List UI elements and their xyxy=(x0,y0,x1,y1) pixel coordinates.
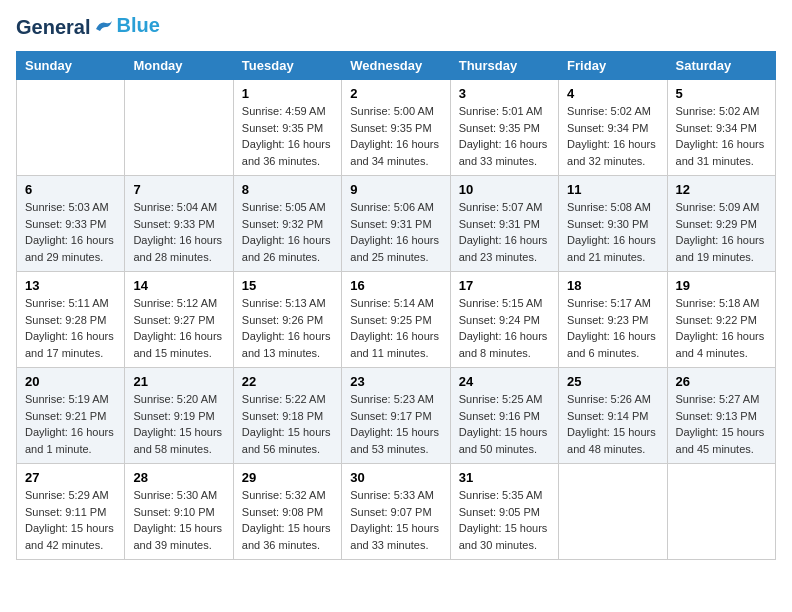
logo-bird-icon xyxy=(92,19,114,37)
day-number: 19 xyxy=(676,278,767,293)
day-info: Sunrise: 5:04 AM Sunset: 9:33 PM Dayligh… xyxy=(133,199,224,265)
calendar-cell xyxy=(125,80,233,176)
day-number: 18 xyxy=(567,278,658,293)
calendar-cell: 11Sunrise: 5:08 AM Sunset: 9:30 PM Dayli… xyxy=(559,176,667,272)
day-info: Sunrise: 5:09 AM Sunset: 9:29 PM Dayligh… xyxy=(676,199,767,265)
logo-blue-text: Blue xyxy=(116,14,159,37)
day-number: 10 xyxy=(459,182,550,197)
calendar-cell: 7Sunrise: 5:04 AM Sunset: 9:33 PM Daylig… xyxy=(125,176,233,272)
calendar-cell: 16Sunrise: 5:14 AM Sunset: 9:25 PM Dayli… xyxy=(342,272,450,368)
calendar-week-row: 27Sunrise: 5:29 AM Sunset: 9:11 PM Dayli… xyxy=(17,464,776,560)
day-info: Sunrise: 5:01 AM Sunset: 9:35 PM Dayligh… xyxy=(459,103,550,169)
calendar-cell: 24Sunrise: 5:25 AM Sunset: 9:16 PM Dayli… xyxy=(450,368,558,464)
weekday-header-wednesday: Wednesday xyxy=(342,52,450,80)
day-number: 16 xyxy=(350,278,441,293)
calendar-cell: 30Sunrise: 5:33 AM Sunset: 9:07 PM Dayli… xyxy=(342,464,450,560)
calendar-cell: 28Sunrise: 5:30 AM Sunset: 9:10 PM Dayli… xyxy=(125,464,233,560)
day-info: Sunrise: 5:26 AM Sunset: 9:14 PM Dayligh… xyxy=(567,391,658,457)
day-number: 23 xyxy=(350,374,441,389)
day-info: Sunrise: 5:15 AM Sunset: 9:24 PM Dayligh… xyxy=(459,295,550,361)
day-info: Sunrise: 5:12 AM Sunset: 9:27 PM Dayligh… xyxy=(133,295,224,361)
weekday-header-sunday: Sunday xyxy=(17,52,125,80)
calendar-cell: 29Sunrise: 5:32 AM Sunset: 9:08 PM Dayli… xyxy=(233,464,341,560)
calendar-cell: 2Sunrise: 5:00 AM Sunset: 9:35 PM Daylig… xyxy=(342,80,450,176)
calendar-cell xyxy=(559,464,667,560)
day-number: 20 xyxy=(25,374,116,389)
calendar-cell: 12Sunrise: 5:09 AM Sunset: 9:29 PM Dayli… xyxy=(667,176,775,272)
page-header: General Blue xyxy=(16,16,776,39)
calendar-cell: 17Sunrise: 5:15 AM Sunset: 9:24 PM Dayli… xyxy=(450,272,558,368)
logo-general-text: General xyxy=(16,16,90,39)
day-number: 28 xyxy=(133,470,224,485)
weekday-header-friday: Friday xyxy=(559,52,667,80)
day-number: 12 xyxy=(676,182,767,197)
calendar-cell: 3Sunrise: 5:01 AM Sunset: 9:35 PM Daylig… xyxy=(450,80,558,176)
day-number: 2 xyxy=(350,86,441,101)
day-number: 4 xyxy=(567,86,658,101)
day-number: 17 xyxy=(459,278,550,293)
calendar-cell: 13Sunrise: 5:11 AM Sunset: 9:28 PM Dayli… xyxy=(17,272,125,368)
day-number: 31 xyxy=(459,470,550,485)
day-info: Sunrise: 4:59 AM Sunset: 9:35 PM Dayligh… xyxy=(242,103,333,169)
day-info: Sunrise: 5:17 AM Sunset: 9:23 PM Dayligh… xyxy=(567,295,658,361)
calendar-table: SundayMondayTuesdayWednesdayThursdayFrid… xyxy=(16,51,776,560)
day-number: 13 xyxy=(25,278,116,293)
weekday-header-saturday: Saturday xyxy=(667,52,775,80)
day-number: 6 xyxy=(25,182,116,197)
day-info: Sunrise: 5:20 AM Sunset: 9:19 PM Dayligh… xyxy=(133,391,224,457)
calendar-cell: 31Sunrise: 5:35 AM Sunset: 9:05 PM Dayli… xyxy=(450,464,558,560)
calendar-cell: 10Sunrise: 5:07 AM Sunset: 9:31 PM Dayli… xyxy=(450,176,558,272)
day-number: 15 xyxy=(242,278,333,293)
calendar-cell: 8Sunrise: 5:05 AM Sunset: 9:32 PM Daylig… xyxy=(233,176,341,272)
day-info: Sunrise: 5:06 AM Sunset: 9:31 PM Dayligh… xyxy=(350,199,441,265)
day-info: Sunrise: 5:11 AM Sunset: 9:28 PM Dayligh… xyxy=(25,295,116,361)
calendar-cell: 22Sunrise: 5:22 AM Sunset: 9:18 PM Dayli… xyxy=(233,368,341,464)
day-number: 1 xyxy=(242,86,333,101)
day-info: Sunrise: 5:19 AM Sunset: 9:21 PM Dayligh… xyxy=(25,391,116,457)
day-number: 22 xyxy=(242,374,333,389)
calendar-cell: 9Sunrise: 5:06 AM Sunset: 9:31 PM Daylig… xyxy=(342,176,450,272)
day-number: 11 xyxy=(567,182,658,197)
calendar-cell xyxy=(667,464,775,560)
calendar-cell: 4Sunrise: 5:02 AM Sunset: 9:34 PM Daylig… xyxy=(559,80,667,176)
day-info: Sunrise: 5:25 AM Sunset: 9:16 PM Dayligh… xyxy=(459,391,550,457)
calendar-cell: 5Sunrise: 5:02 AM Sunset: 9:34 PM Daylig… xyxy=(667,80,775,176)
day-info: Sunrise: 5:13 AM Sunset: 9:26 PM Dayligh… xyxy=(242,295,333,361)
day-info: Sunrise: 5:18 AM Sunset: 9:22 PM Dayligh… xyxy=(676,295,767,361)
day-info: Sunrise: 5:07 AM Sunset: 9:31 PM Dayligh… xyxy=(459,199,550,265)
weekday-header-thursday: Thursday xyxy=(450,52,558,80)
day-info: Sunrise: 5:05 AM Sunset: 9:32 PM Dayligh… xyxy=(242,199,333,265)
calendar-cell: 21Sunrise: 5:20 AM Sunset: 9:19 PM Dayli… xyxy=(125,368,233,464)
calendar-cell: 18Sunrise: 5:17 AM Sunset: 9:23 PM Dayli… xyxy=(559,272,667,368)
day-number: 8 xyxy=(242,182,333,197)
day-number: 24 xyxy=(459,374,550,389)
day-info: Sunrise: 5:08 AM Sunset: 9:30 PM Dayligh… xyxy=(567,199,658,265)
calendar-week-row: 13Sunrise: 5:11 AM Sunset: 9:28 PM Dayli… xyxy=(17,272,776,368)
weekday-header-monday: Monday xyxy=(125,52,233,80)
calendar-week-row: 20Sunrise: 5:19 AM Sunset: 9:21 PM Dayli… xyxy=(17,368,776,464)
day-info: Sunrise: 5:23 AM Sunset: 9:17 PM Dayligh… xyxy=(350,391,441,457)
calendar-cell: 15Sunrise: 5:13 AM Sunset: 9:26 PM Dayli… xyxy=(233,272,341,368)
day-info: Sunrise: 5:02 AM Sunset: 9:34 PM Dayligh… xyxy=(567,103,658,169)
weekday-header-tuesday: Tuesday xyxy=(233,52,341,80)
day-number: 26 xyxy=(676,374,767,389)
day-number: 30 xyxy=(350,470,441,485)
calendar-cell: 26Sunrise: 5:27 AM Sunset: 9:13 PM Dayli… xyxy=(667,368,775,464)
calendar-week-row: 1Sunrise: 4:59 AM Sunset: 9:35 PM Daylig… xyxy=(17,80,776,176)
day-number: 5 xyxy=(676,86,767,101)
day-number: 3 xyxy=(459,86,550,101)
day-info: Sunrise: 5:35 AM Sunset: 9:05 PM Dayligh… xyxy=(459,487,550,553)
logo: General Blue xyxy=(16,16,160,39)
day-number: 9 xyxy=(350,182,441,197)
calendar-cell: 23Sunrise: 5:23 AM Sunset: 9:17 PM Dayli… xyxy=(342,368,450,464)
calendar-cell: 20Sunrise: 5:19 AM Sunset: 9:21 PM Dayli… xyxy=(17,368,125,464)
day-number: 29 xyxy=(242,470,333,485)
day-info: Sunrise: 5:14 AM Sunset: 9:25 PM Dayligh… xyxy=(350,295,441,361)
calendar-cell: 27Sunrise: 5:29 AM Sunset: 9:11 PM Dayli… xyxy=(17,464,125,560)
calendar-cell xyxy=(17,80,125,176)
calendar-cell: 14Sunrise: 5:12 AM Sunset: 9:27 PM Dayli… xyxy=(125,272,233,368)
day-number: 25 xyxy=(567,374,658,389)
calendar-cell: 19Sunrise: 5:18 AM Sunset: 9:22 PM Dayli… xyxy=(667,272,775,368)
day-info: Sunrise: 5:33 AM Sunset: 9:07 PM Dayligh… xyxy=(350,487,441,553)
calendar-cell: 6Sunrise: 5:03 AM Sunset: 9:33 PM Daylig… xyxy=(17,176,125,272)
